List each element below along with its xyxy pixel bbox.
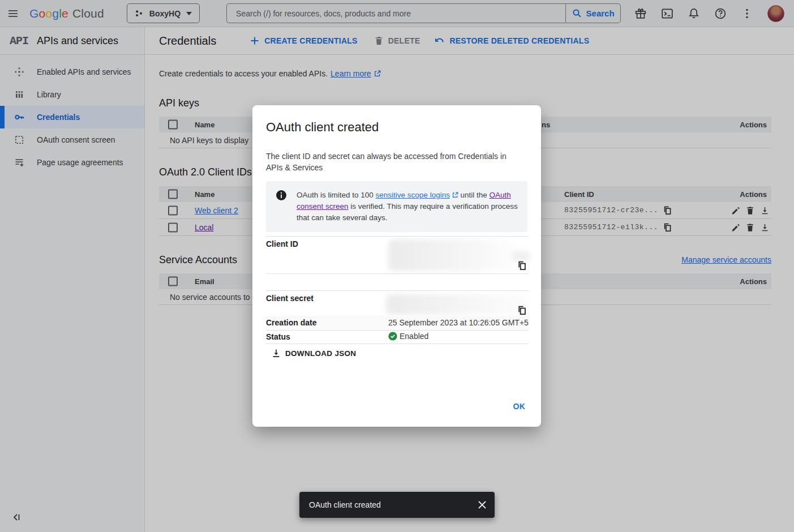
copy-client-secret-icon[interactable]	[517, 306, 527, 315]
external-link-icon	[452, 192, 458, 198]
status-label: Status	[266, 332, 290, 341]
oauth-client-created-dialog: OAuth client created The client ID and s…	[252, 105, 541, 427]
status-badge: Enabled	[388, 332, 428, 341]
divider	[266, 273, 529, 274]
client-id-redacted-value	[388, 239, 514, 271]
sensitive-scope-logins-link[interactable]: sensitive scope logins	[376, 191, 450, 199]
download-json-button[interactable]: DOWNLOAD JSON	[272, 349, 356, 358]
ok-button[interactable]: OK	[513, 402, 526, 411]
client-secret-label: Client secret	[266, 294, 314, 303]
info-icon	[276, 190, 287, 201]
dialog-title: OAuth client created	[266, 120, 379, 135]
download-icon	[272, 349, 281, 358]
creation-date-label: Creation date	[266, 318, 316, 327]
notice-text: OAuth is limited to 100 sensitive scope …	[297, 190, 518, 224]
client-id-label: Client ID	[266, 239, 298, 248]
dialog-body-text: The client ID and secret can always be a…	[266, 151, 521, 173]
creation-date-value: 25 September 2023 at 10:26:05 GMT+5	[388, 318, 529, 327]
divider	[266, 344, 529, 344]
client-secret-redacted-value	[386, 294, 527, 315]
copy-client-id-icon[interactable]	[517, 261, 527, 271]
divider	[266, 330, 529, 331]
snackbar: OAuth client created	[299, 492, 495, 518]
check-circle-icon	[388, 332, 397, 341]
dialog-notice: OAuth is limited to 100 sensitive scope …	[266, 181, 527, 232]
client-id-redacted-value	[512, 251, 530, 261]
snackbar-message: OAuth client created	[309, 500, 381, 509]
divider	[266, 290, 529, 291]
close-icon[interactable]	[477, 500, 487, 510]
divider	[266, 236, 529, 237]
